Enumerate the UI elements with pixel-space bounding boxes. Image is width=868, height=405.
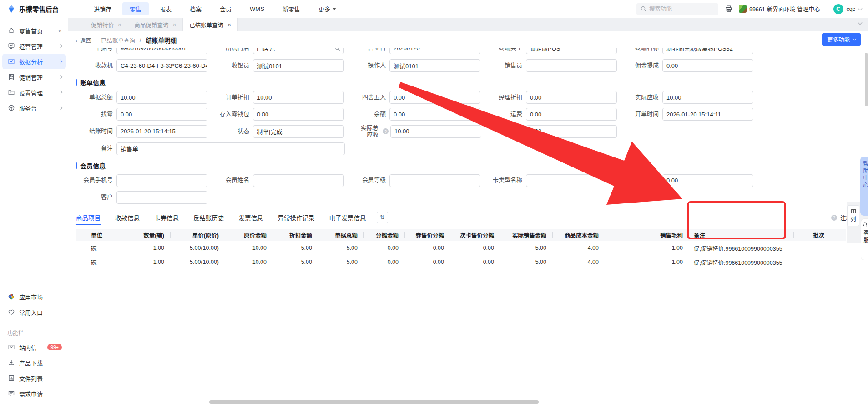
cube-icon xyxy=(8,104,15,111)
close-icon[interactable]: × xyxy=(118,21,121,28)
help-center-tab[interactable]: 帮助中心 xyxy=(860,157,868,216)
column-header[interactable]: 单据总额 xyxy=(318,229,364,241)
column-header[interactable]: 分摊金额 xyxy=(364,229,405,241)
column-header[interactable]: 实际销售金额 xyxy=(500,229,553,241)
global-search[interactable] xyxy=(636,3,718,15)
column-header[interactable]: 原价金额 xyxy=(225,229,273,241)
column-header[interactable]: 商品成本金额 xyxy=(553,229,605,241)
menu-item-member[interactable]: 会员 xyxy=(212,2,239,15)
customer-field[interactable] xyxy=(116,191,207,204)
chevron-down-icon[interactable] xyxy=(858,20,863,25)
change-field[interactable]: 0.00 xyxy=(116,108,207,121)
search-icon[interactable] xyxy=(334,48,340,51)
status-field[interactable]: 制单|完成 xyxy=(253,125,344,138)
horizontal-scrollbar[interactable] xyxy=(209,400,539,404)
column-header[interactable]: 券售价分摊 xyxy=(405,229,450,241)
actual-receivable-field[interactable]: 10.00 xyxy=(662,91,753,104)
page-tab-product-promo-query[interactable]: 商品促销查询 × xyxy=(128,18,183,31)
tab-abnormal-ops[interactable]: 异常操作记录 xyxy=(278,210,315,225)
printer-icon[interactable] xyxy=(725,5,732,13)
balance-field[interactable]: 0.00 xyxy=(389,108,480,121)
column-header[interactable]: 次卡售价分摊 xyxy=(450,229,500,241)
sidebar-item-filelist[interactable]: 文件列表 xyxy=(2,370,66,386)
tab-invoice-info[interactable]: 发票信息 xyxy=(238,210,264,225)
back-button[interactable]: ‹返回 xyxy=(76,36,91,45)
page-tab-promo-price[interactable]: 促销特价 × xyxy=(85,18,128,31)
close-icon[interactable]: × xyxy=(227,21,231,28)
tab-reverse-history[interactable]: 反结账历史 xyxy=(193,210,225,225)
table-row[interactable]: 碗 1.00 5.00(10.00) 10.00 5.00 5.00 0.00 … xyxy=(76,255,846,269)
column-settings-button[interactable]: 列 xyxy=(847,205,859,226)
sidebar-item-request[interactable]: 需求申请 xyxy=(2,386,66,401)
freight-field[interactable]: 0.00 xyxy=(526,108,617,121)
register-field[interactable]: C4-23-60-D4-F3-33*C6-23-60-D4- xyxy=(116,59,207,72)
wallet-deposit-field[interactable]: 0.00 xyxy=(253,108,344,121)
tab-coupon-info[interactable]: 卡券信息 xyxy=(154,210,179,225)
column-header[interactable]: 销售毛利 xyxy=(605,229,689,241)
sidebar-item-appmarket[interactable]: 应用市场 xyxy=(2,289,66,304)
rounding-field[interactable]: 0.00 xyxy=(389,91,480,104)
store-field[interactable]: 门店九 xyxy=(253,48,344,54)
commission-field[interactable]: 0.00 xyxy=(662,59,753,72)
column-header[interactable]: 单位 xyxy=(76,229,116,241)
salesperson-field[interactable] xyxy=(526,59,617,72)
sidebar-item-promotion[interactable]: 促销管理 xyxy=(2,69,66,85)
terminal-type-field[interactable]: 锁定版POS xyxy=(526,48,617,54)
columns-icon xyxy=(851,209,856,213)
settle-time-field[interactable]: 2026-01-20 15:14:15 xyxy=(116,125,207,138)
sidebar-item-favorites[interactable]: 常用入口 xyxy=(2,304,66,320)
member-level-field[interactable] xyxy=(389,174,480,187)
vertical-scrollbar[interactable] xyxy=(865,53,868,106)
info-icon[interactable]: ? xyxy=(383,128,389,134)
sidebar-item-servicedesk[interactable]: 服务台 xyxy=(2,100,66,116)
member-name-field[interactable] xyxy=(253,174,344,187)
menu-item-purchase[interactable]: 进销存 xyxy=(86,2,119,15)
column-header[interactable]: 折扣金额 xyxy=(273,229,318,241)
tab-einvoice-info[interactable]: 电子发票信息 xyxy=(329,210,367,225)
sidebar-item-operation[interactable]: 经营管理 xyxy=(2,38,66,54)
sidebar-item-inbox[interactable]: 站内信 99+ xyxy=(2,339,66,355)
close-icon[interactable]: × xyxy=(173,21,177,28)
sort-settings-button[interactable]: ⇅ xyxy=(377,212,388,223)
column-header[interactable]: 数量(辅) xyxy=(116,229,171,241)
breadcrumb-parent[interactable]: 已结账单查询 xyxy=(101,36,135,45)
open-time-field[interactable]: 2026-01-20 15:14:11 xyxy=(662,108,753,121)
points-field[interactable]: 0.00 xyxy=(662,174,753,187)
terminal-name-field[interactable]: 新界面黑糖版离线POS32 xyxy=(662,48,753,54)
sidebar-item-home[interactable]: 零售首页 « xyxy=(2,23,66,38)
column-header[interactable]: 批次 xyxy=(794,229,846,241)
menu-item-more[interactable]: 更多 xyxy=(311,2,343,15)
order-discount-field[interactable]: 10.00 xyxy=(253,91,344,104)
remark-field[interactable]: 销售单 xyxy=(116,142,345,155)
business-date-field[interactable]: 20260120 xyxy=(389,48,480,54)
more-actions-button[interactable]: 更多功能 xyxy=(822,33,861,46)
sidebar-item-settings[interactable]: 设置管理 xyxy=(2,85,66,100)
bill-total-field[interactable]: 10.00 xyxy=(116,91,207,104)
page-tab-settled-bill-query[interactable]: 已结账单查询 × xyxy=(183,18,238,31)
member-phone-field[interactable] xyxy=(116,174,207,187)
search-input[interactable] xyxy=(649,6,708,12)
menu-item-archive[interactable]: 档案 xyxy=(182,2,209,15)
tab-payment-info[interactable]: 收款信息 xyxy=(115,210,140,225)
workspace[interactable]: 99661-新界面环境-管理中心 xyxy=(739,5,820,13)
user-menu[interactable]: C cqc xyxy=(833,4,862,14)
cashier-field[interactable]: 测试0101 xyxy=(253,59,344,72)
column-header[interactable]: 备注 xyxy=(689,229,794,241)
card-type-field[interactable] xyxy=(526,174,617,187)
collapse-sidebar-icon[interactable]: « xyxy=(58,27,62,34)
operator-field[interactable]: 测试0101 xyxy=(389,59,480,72)
tab-product-items[interactable]: 商品项目 xyxy=(76,210,101,225)
menu-item-report[interactable]: 报表 xyxy=(152,2,179,15)
table-row[interactable]: 碗 1.00 5.00(10.00) 10.00 5.00 5.00 0.00 … xyxy=(76,241,846,255)
actual-total-receivable-field[interactable]: 10.00 xyxy=(390,125,481,138)
bill-no-field[interactable]: 99661092002003540001 xyxy=(116,48,207,54)
gross-profit-field[interactable]: 2.00 xyxy=(526,125,617,138)
sidebar-item-downloads[interactable]: 产品下载 xyxy=(2,355,66,370)
menu-item-wms[interactable]: WMS xyxy=(242,3,272,15)
column-header[interactable]: 单价(原价) xyxy=(171,229,225,241)
manager-discount-field[interactable]: 0.00 xyxy=(526,91,617,104)
customer-service-tab[interactable]: 客服 xyxy=(861,218,868,260)
menu-item-newretail[interactable]: 新零售 xyxy=(275,2,308,15)
sidebar-item-analytics[interactable]: 数据分析 xyxy=(2,54,66,69)
menu-item-retail[interactable]: 零售 xyxy=(122,2,149,15)
